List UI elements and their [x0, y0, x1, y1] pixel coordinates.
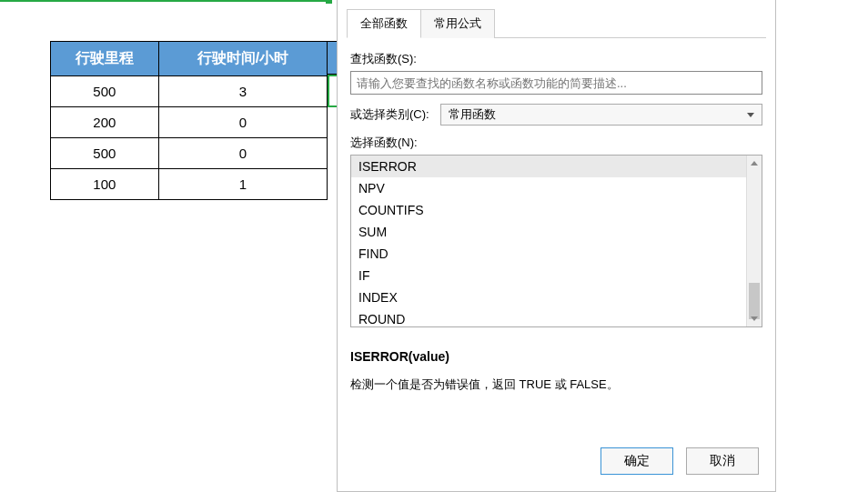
function-item-iserror[interactable]: ISERROR — [351, 156, 746, 177]
form-area: 查找函数(S): 或选择类别(C): 常用函数 选择函数(N): ISERROR… — [338, 38, 775, 393]
search-label: 查找函数(S): — [350, 51, 762, 67]
cancel-button[interactable]: 取消 — [686, 447, 759, 475]
selection-line — [0, 0, 328, 2]
table-cell[interactable]: 0 — [158, 138, 327, 169]
table-row: 500 0 — [51, 138, 328, 169]
category-select[interactable]: 常用函数 — [440, 104, 762, 126]
category-label: 或选择类别(C): — [350, 106, 429, 123]
table-header: 行驶时间/小时 — [158, 42, 327, 76]
function-signature: ISERROR(value) — [350, 349, 762, 364]
table-cell[interactable]: 500 — [51, 76, 159, 107]
insert-function-dialog: 全部函数 常用公式 查找函数(S): 或选择类别(C): 常用函数 选择函数(N… — [337, 0, 776, 492]
function-item-countifs[interactable]: COUNTIFS — [351, 199, 746, 221]
table-cell[interactable]: 0 — [158, 107, 327, 138]
arrow-down-icon — [751, 316, 758, 321]
scroll-up-button[interactable] — [747, 156, 762, 171]
select-function-label: 选择函数(N): — [350, 135, 762, 151]
ok-button[interactable]: 确定 — [601, 447, 673, 475]
chevron-down-icon — [747, 113, 754, 117]
arrow-up-icon — [751, 161, 758, 166]
function-description: 检测一个值是否为错误值，返回 TRUE 或 FALSE。 — [350, 377, 762, 393]
tab-all-functions[interactable]: 全部函数 — [347, 9, 421, 38]
table-row: 100 1 — [51, 169, 328, 200]
function-item-sum[interactable]: SUM — [351, 221, 746, 243]
function-item-if[interactable]: IF — [351, 265, 746, 286]
function-list: ISERROR NPV COUNTIFS SUM FIND IF INDEX R… — [350, 155, 762, 327]
dialog-buttons: 确定 取消 — [601, 447, 759, 475]
data-table: 行驶里程 行驶时间/小时 500 3 200 0 500 0 100 1 — [50, 41, 328, 200]
table-header: 行驶里程 — [51, 42, 159, 76]
selection-handle — [326, 0, 332, 4]
function-item-round[interactable]: ROUND — [351, 308, 746, 327]
scrollbar[interactable] — [746, 156, 762, 326]
table-cell[interactable]: 100 — [51, 169, 159, 200]
function-item-index[interactable]: INDEX — [351, 286, 746, 308]
table-cell[interactable]: 1 — [158, 169, 327, 200]
dialog-tabs: 全部函数 常用公式 — [338, 0, 775, 38]
tab-common-formulas[interactable]: 常用公式 — [421, 9, 495, 38]
function-item-find[interactable]: FIND — [351, 243, 746, 265]
scroll-down-button[interactable] — [747, 311, 762, 326]
table-cell[interactable]: 500 — [51, 138, 159, 169]
table-row: 500 3 — [51, 76, 328, 107]
search-input[interactable] — [350, 71, 762, 95]
table-row: 200 0 — [51, 107, 328, 138]
category-value: 常用函数 — [449, 106, 496, 123]
table-cell[interactable]: 200 — [51, 107, 159, 138]
table-cell[interactable]: 3 — [158, 76, 327, 107]
function-item-npv[interactable]: NPV — [351, 177, 746, 199]
